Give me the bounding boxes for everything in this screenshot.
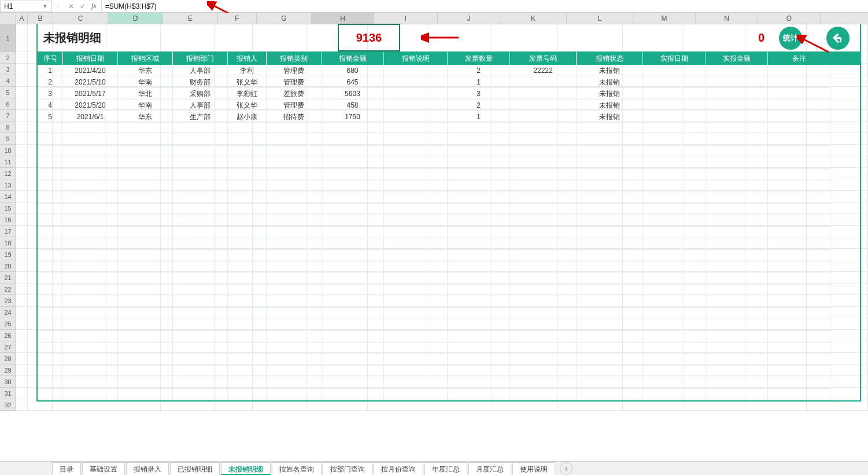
table-cell[interactable]: 680 <box>322 65 384 76</box>
cancel-icon[interactable]: ✕ <box>68 2 74 10</box>
table-cell[interactable]: 未报销 <box>577 76 643 88</box>
row-header-12[interactable]: 12 <box>0 168 16 179</box>
row-header-20[interactable]: 20 <box>0 260 16 272</box>
row-header-4[interactable]: 4 <box>0 75 16 87</box>
table-cell[interactable]: 人事部 <box>173 100 228 111</box>
table-cell[interactable] <box>768 65 830 76</box>
table-header-cell[interactable]: 报销人 <box>228 52 267 65</box>
table-row[interactable]: 22021/5/10华南财务部张义华管理费6451未报销 <box>38 76 860 88</box>
row-header-7[interactable]: 7 <box>0 110 16 121</box>
table-cell[interactable] <box>768 100 830 111</box>
table-cell[interactable]: 未报销 <box>577 88 643 100</box>
table-cell[interactable]: 2 <box>448 100 510 111</box>
table-cell[interactable]: 1 <box>448 111 510 123</box>
table-cell[interactable] <box>643 76 706 88</box>
column-header-B[interactable]: B <box>28 13 53 24</box>
table-cell[interactable]: 4 <box>38 100 63 111</box>
table-row[interactable]: 52021/6/1华东生产部赵小康招待费17501未报销 <box>38 111 860 123</box>
table-cell[interactable]: 2021/5/20 <box>63 100 118 111</box>
table-cell[interactable]: 人事部 <box>173 65 228 76</box>
stat-button[interactable]: 统计 <box>779 27 802 50</box>
row-header-6[interactable]: 6 <box>0 98 16 110</box>
table-cell[interactable] <box>384 100 448 111</box>
table-cell[interactable]: 2021/6/1 <box>63 111 118 123</box>
table-cell[interactable]: 未报销 <box>577 111 643 123</box>
row-header-31[interactable]: 31 <box>0 388 16 399</box>
table-header-cell[interactable]: 报销状态 <box>577 52 643 65</box>
back-button[interactable] <box>826 27 849 50</box>
table-row[interactable]: 12021/4/20华东人事部李利管理费680222222未报销 <box>38 65 860 76</box>
column-header-K[interactable]: K <box>500 13 567 24</box>
column-header-L[interactable]: L <box>567 13 633 24</box>
column-header-E[interactable]: E <box>163 13 218 24</box>
table-cell[interactable] <box>510 100 577 111</box>
column-header-O[interactable]: O <box>758 13 821 24</box>
column-header-J[interactable]: J <box>438 13 500 24</box>
table-cell[interactable]: 张义华 <box>228 76 267 88</box>
table-cell[interactable]: 张义华 <box>228 100 267 111</box>
table-cell[interactable]: 李利 <box>228 65 267 76</box>
row-header-1[interactable]: 1 <box>0 24 16 52</box>
table-cell[interactable] <box>643 111 706 123</box>
table-cell[interactable]: 管理费 <box>267 65 322 76</box>
table-cell[interactable] <box>510 111 577 123</box>
table-header-cell[interactable]: 实报金额 <box>706 52 768 65</box>
formula-input[interactable]: =SUM(H$3:H$7) <box>101 0 868 12</box>
row-header-5[interactable]: 5 <box>0 87 16 98</box>
column-header-D[interactable]: D <box>108 13 163 24</box>
table-cell[interactable] <box>384 88 448 100</box>
column-header-F[interactable]: F <box>218 13 257 24</box>
column-header-M[interactable]: M <box>633 13 696 24</box>
row-header-22[interactable]: 22 <box>0 283 16 295</box>
table-cell[interactable]: 华南 <box>118 100 173 111</box>
table-cell[interactable] <box>706 65 768 76</box>
column-header-G[interactable]: G <box>257 13 312 24</box>
table-cell[interactable]: 管理费 <box>267 100 322 111</box>
row-header-23[interactable]: 23 <box>0 295 16 307</box>
table-cell[interactable] <box>768 88 830 100</box>
row-header-2[interactable]: 2 <box>0 52 16 64</box>
column-header-A[interactable]: A <box>16 13 28 24</box>
table-cell[interactable] <box>706 100 768 111</box>
table-cell[interactable]: 2021/5/17 <box>63 88 118 100</box>
fx-icon[interactable]: fx <box>91 2 97 10</box>
table-cell[interactable] <box>643 65 706 76</box>
table-cell[interactable]: 生产部 <box>173 111 228 123</box>
table-cell[interactable] <box>706 111 768 123</box>
row-header-18[interactable]: 18 <box>0 237 16 249</box>
table-header-cell[interactable]: 序号 <box>38 52 63 65</box>
table-cell[interactable]: 1 <box>38 65 63 76</box>
table-cell[interactable]: 财务部 <box>173 76 228 88</box>
column-header-C[interactable]: C <box>53 13 108 24</box>
table-cell[interactable]: 赵小康 <box>228 111 267 123</box>
table-header-cell[interactable]: 发票数量 <box>448 52 510 65</box>
table-cell[interactable]: 未报销 <box>577 100 643 111</box>
table-cell[interactable]: 2 <box>38 76 63 88</box>
row-header-24[interactable]: 24 <box>0 307 16 318</box>
dropdown-icon[interactable]: ▼ <box>42 3 48 9</box>
row-header-16[interactable]: 16 <box>0 214 16 226</box>
column-header-H[interactable]: H <box>312 13 374 24</box>
row-header-15[interactable]: 15 <box>0 202 16 214</box>
table-cell[interactable]: 2021/5/10 <box>63 76 118 88</box>
table-cell[interactable]: 管理费 <box>267 76 322 88</box>
sheet[interactable]: 未报销明细 9136 0 统计 <box>16 24 868 411</box>
table-header-cell[interactable]: 报销部门 <box>173 52 228 65</box>
row-header-19[interactable]: 19 <box>0 249 16 260</box>
sum-cell-selected[interactable]: 9136 <box>338 24 400 51</box>
row-header-11[interactable]: 11 <box>0 156 16 168</box>
table-cell[interactable]: 采购部 <box>173 88 228 100</box>
table-cell[interactable] <box>510 76 577 88</box>
table-cell[interactable]: 未报销 <box>577 65 643 76</box>
row-header-29[interactable]: 29 <box>0 364 16 376</box>
table-cell[interactable] <box>768 111 830 123</box>
table-cell[interactable] <box>643 100 706 111</box>
table-cell[interactable] <box>706 76 768 88</box>
row-header-14[interactable]: 14 <box>0 191 16 202</box>
table-cell[interactable]: 招待费 <box>267 111 322 123</box>
table-cell[interactable]: 645 <box>322 76 384 88</box>
table-header-cell[interactable]: 报销说明 <box>384 52 448 65</box>
table-cell[interactable] <box>384 111 448 123</box>
table-cell[interactable]: 李彩虹 <box>228 88 267 100</box>
row-header-13[interactable]: 13 <box>0 179 16 191</box>
